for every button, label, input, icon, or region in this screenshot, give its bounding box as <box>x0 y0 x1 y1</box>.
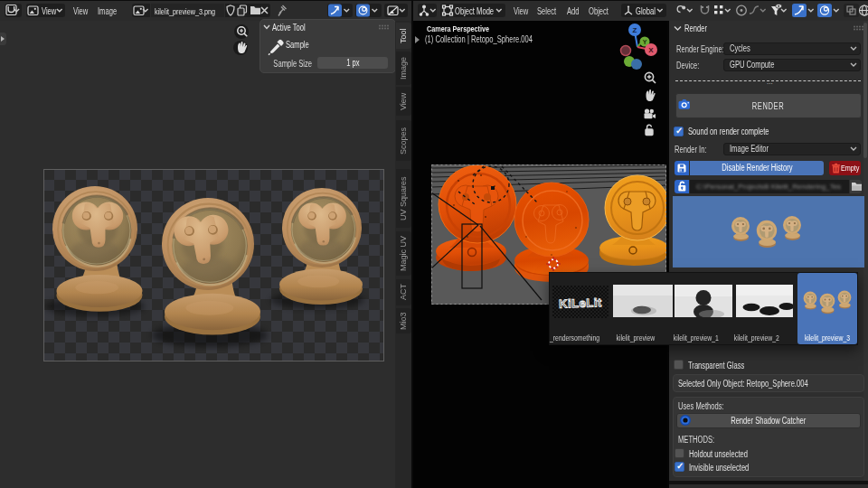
svg-text:Y: Y <box>643 39 647 45</box>
svg-text:Z: Z <box>633 26 637 34</box>
svg-text:X: X <box>648 46 654 54</box>
svg-text:KiLeLit: KiLeLit <box>559 296 602 311</box>
